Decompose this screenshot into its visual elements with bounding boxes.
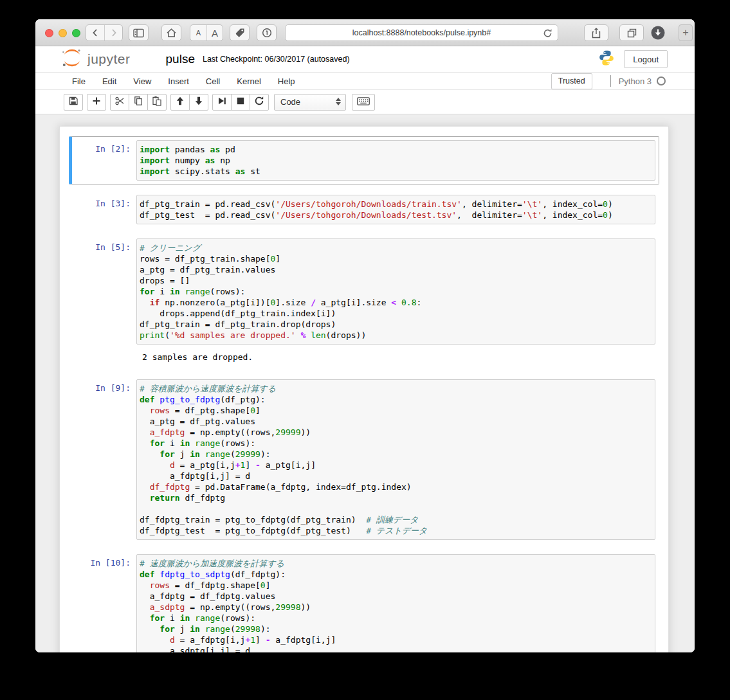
move-cell-up-button[interactable] <box>170 94 190 111</box>
input-prompt: In [2]: <box>75 140 136 181</box>
code-line: df_ptg_train = pd.read_csv('/Users/tohgo… <box>140 199 652 210</box>
code-editor[interactable]: import pandas as pdimport numpy as npimp… <box>136 140 655 181</box>
code-line: d = a_ptg[i,j+1] - a_ptg[i,j] <box>140 460 652 471</box>
code-line: rows = df_ptg_train.shape[0] <box>140 253 652 264</box>
downloads-button[interactable] <box>651 26 665 40</box>
insert-cell-below-button[interactable] <box>87 94 106 111</box>
code-line: a_fdptg = np.empty((rows,29999)) <box>140 427 652 438</box>
menu-item-view[interactable]: View <box>125 76 160 86</box>
back-button[interactable] <box>86 25 104 40</box>
stop-icon <box>235 96 246 109</box>
home-icon <box>166 28 177 38</box>
menu-item-insert[interactable]: Insert <box>160 76 197 86</box>
command-palette-button[interactable] <box>352 94 375 111</box>
trusted-badge[interactable]: Trusted <box>551 73 592 89</box>
sidebar-button[interactable] <box>129 24 149 41</box>
reload-icon[interactable] <box>542 28 553 41</box>
jupyter-logo-text[interactable]: jupyter <box>87 51 131 67</box>
code-line: if np.nonzero(a_ptg[i])[0].size / a_ptg[… <box>140 297 652 308</box>
code-line: return df_fdptg <box>140 492 652 503</box>
show-all-tabs-button[interactable] <box>619 24 644 41</box>
notebook-toolbar: Code <box>35 90 695 114</box>
code-line: df_fdptg_train = ptg_to_fdptg(df_ptg_tra… <box>140 514 652 525</box>
code-cell-selected[interactable]: In [2]:import pandas as pdimport numpy a… <box>69 136 659 184</box>
forward-button[interactable] <box>104 25 122 40</box>
code-editor[interactable]: # クリーニングrows = df_ptg_train.shape[0]a_pt… <box>136 238 655 345</box>
back-icon <box>90 28 100 38</box>
cell-type-value: Code <box>280 97 300 107</box>
arrow-down-icon <box>194 96 204 109</box>
move-cell-down-button[interactable] <box>189 94 208 111</box>
code-line: # 速度脈波から加速度脈波を計算する <box>140 558 652 569</box>
code-cell[interactable]: In [9]:# 容積脈波から速度脈波を計算するdef ptg_to_fdptg… <box>69 375 659 544</box>
arrow-up-icon <box>175 96 185 109</box>
one-circle-icon <box>262 28 272 38</box>
code-line: d = a_fdptg[i,j+1] - a_fdptg[i,j] <box>140 634 652 645</box>
decrease-text-size-button[interactable]: A <box>190 25 206 40</box>
input-prompt: In [3]: <box>75 195 136 224</box>
copy-cell-button[interactable] <box>129 94 148 111</box>
forward-icon <box>109 28 119 38</box>
menu-item-edit[interactable]: Edit <box>94 76 125 86</box>
restart-icon <box>254 96 264 109</box>
new-tab-button[interactable]: + <box>679 24 693 41</box>
paste-cell-button[interactable] <box>147 94 167 111</box>
code-line: for i in range(rows): <box>140 438 652 449</box>
code-line: # 容積脈波から速度脈波を計算する <box>140 383 652 394</box>
window-zoom-button[interactable] <box>72 29 80 37</box>
share-button[interactable] <box>584 24 608 41</box>
code-line: df_ptg_train = df_ptg_train.drop(drops) <box>140 319 652 330</box>
code-line: for i in range(rows): <box>140 613 652 624</box>
cut-cell-button[interactable] <box>110 94 129 111</box>
code-line: a_ptg = df_ptg.values <box>140 416 652 427</box>
code-line: df_fdptg = pd.DataFrame(a_fdptg, index=d… <box>140 481 652 492</box>
onepassword-extension-button[interactable] <box>257 24 277 41</box>
kernel-idle-icon <box>657 76 666 85</box>
code-line: df_fdptg_test = ptg_to_fdptg(df_ptg_test… <box>140 525 652 536</box>
paste-icon <box>152 96 162 109</box>
code-line: drops = [] <box>140 275 652 286</box>
share-icon <box>591 27 601 39</box>
code-cell[interactable]: In [10]:# 速度脈波から加速度脈波を計算するdef fdptg_to_s… <box>69 550 659 652</box>
tag-extension-button[interactable] <box>230 24 250 41</box>
step-forward-icon <box>217 96 227 109</box>
increase-text-size-button[interactable]: A <box>206 25 223 40</box>
code-line <box>140 503 652 514</box>
code-line: for j in range(29998): <box>140 624 652 634</box>
jupyter-logo-icon[interactable] <box>61 48 83 70</box>
code-cell[interactable]: In [5]:# クリーニングrows = df_ptg_train.shape… <box>69 235 659 369</box>
kernel-name: Python 3 <box>619 76 652 86</box>
cell-type-select[interactable]: Code <box>274 94 346 111</box>
address-bar[interactable]: localhost:8888/notebooks/pulse.ipynb# <box>285 24 558 41</box>
tabs-icon <box>626 28 637 39</box>
menu-item-file[interactable]: File <box>72 76 94 86</box>
save-notebook-button[interactable] <box>64 94 83 111</box>
history-nav-group <box>86 24 123 41</box>
interrupt-kernel-button[interactable] <box>231 94 250 111</box>
notebook-scroll-area[interactable]: In [2]:import pandas as pdimport numpy a… <box>35 114 695 652</box>
notebook-title[interactable]: pulse <box>166 52 195 66</box>
code-cell[interactable]: In [3]:df_ptg_train = pd.read_csv('/User… <box>69 191 659 228</box>
logout-button[interactable]: Logout <box>624 50 668 68</box>
code-editor[interactable]: # 容積脈波から速度脈波を計算するdef ptg_to_fdptg(df_ptg… <box>136 379 655 540</box>
menu-item-cell[interactable]: Cell <box>197 76 228 86</box>
save-icon <box>68 96 78 109</box>
code-line: rows = df_fdptg.shape[0] <box>140 580 652 591</box>
input-prompt: In [5]: <box>75 238 136 345</box>
window-minimize-button[interactable] <box>59 29 67 37</box>
window-close-button[interactable] <box>45 29 53 37</box>
restart-kernel-button[interactable] <box>250 94 269 111</box>
run-cell-button[interactable] <box>212 94 232 111</box>
code-line: import scipy.stats as st <box>140 166 652 177</box>
plus-icon <box>91 96 102 109</box>
code-editor[interactable]: df_ptg_train = pd.read_csv('/Users/tohgo… <box>136 195 655 224</box>
menu-item-help[interactable]: Help <box>269 76 304 86</box>
jupyter-header: jupyter pulse Last Checkpoint: 06/30/201… <box>35 46 695 72</box>
safari-window: A A localhost:8888/notebooks/pulse.ipynb… <box>35 19 695 652</box>
menu-item-kernel[interactable]: Kernel <box>228 76 269 86</box>
chevron-updown-icon <box>336 98 341 105</box>
code-line: # クリーニング <box>140 242 652 253</box>
code-editor[interactable]: # 速度脈波から加速度脈波を計算するdef fdptg_to_sdptg(df_… <box>136 554 655 652</box>
code-line: def fdptg_to_sdptg(df_fdptg): <box>140 569 652 580</box>
home-button[interactable] <box>161 24 181 41</box>
